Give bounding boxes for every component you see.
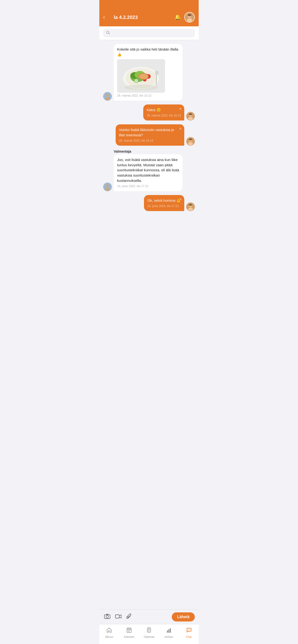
tab-ohjelmat[interactable]: Ohjelmat [139, 626, 159, 639]
message-bubble: Joo, voit lisätä vastuksia aina kun liik… [114, 154, 183, 191]
coach-avatar [103, 182, 112, 191]
svg-line-5 [109, 33, 110, 34]
svg-rect-52 [129, 631, 129, 632]
svg-point-29 [189, 113, 192, 115]
message-text: Joo, voit lisätä vastuksia aina kun liik… [117, 157, 179, 183]
calendar-icon [126, 627, 132, 634]
svg-point-42 [106, 616, 108, 618]
input-toolbar: Lähetä [99, 610, 199, 624]
message-row: Joo, voit lisätä vastuksia aina kun liik… [103, 154, 195, 191]
message-timestamp: 28. marras 2022, klo 10.13 [117, 94, 179, 98]
svg-rect-60 [169, 629, 169, 632]
camera-button[interactable] [103, 612, 111, 621]
svg-rect-59 [167, 630, 168, 632]
bubble-content: ✕ Ok, selvä homma 💪 13. joulu 2022, klo … [144, 195, 184, 211]
video-button[interactable] [114, 613, 122, 621]
message-timestamp: 13. joulu 2022, klo 17.21 [117, 184, 179, 188]
bubble-content: Kokeile sitä jo vaikka heti tänään illal… [114, 44, 183, 100]
user-avatar[interactable] [184, 12, 195, 22]
svg-point-2 [187, 18, 192, 22]
bottom-toolbar: Lähetä Alkuun [99, 610, 199, 644]
food-image [117, 59, 165, 93]
svg-point-20 [139, 74, 148, 79]
search-bar [99, 26, 199, 40]
message-bubble: ✕ Voinko lisätä liikkeisiin vastuksia jo… [116, 124, 185, 146]
message-row: ✕ Ok, selvä homma 💪 13. joulu 2022, klo … [103, 195, 195, 211]
search-input[interactable] [112, 31, 192, 35]
svg-rect-49 [129, 630, 129, 631]
header: ‹ la 4.2.2023 🔔 [99, 0, 199, 26]
svg-point-36 [105, 188, 110, 191]
svg-rect-48 [128, 630, 129, 631]
home-icon [106, 627, 112, 634]
user-avatar-small [186, 137, 195, 146]
close-button[interactable]: ✕ [179, 197, 182, 202]
search-icon [106, 31, 110, 36]
svg-rect-43 [115, 615, 119, 618]
user-avatar-small [186, 112, 195, 120]
tab-label-chat: Chat [186, 636, 192, 638]
svg-point-39 [188, 208, 193, 211]
message-timestamp: 28. marras 2022, klo 10.14 [119, 139, 181, 143]
user-avatar-small [186, 202, 195, 211]
svg-rect-50 [130, 630, 130, 631]
message-text: Ok, selvä homma 💪 [147, 198, 181, 203]
message-text: Kiitos 😊 [146, 107, 181, 112]
svg-rect-54 [148, 628, 150, 628]
clipboard-icon [146, 627, 152, 634]
header-date: la 4.2.2023 [114, 14, 175, 20]
tab-label-ohjelmat: Ohjelmat [144, 636, 154, 638]
send-button[interactable]: Lähetä [172, 612, 195, 622]
message-bubble: Kokeile sitä jo vaikka heti tänään illal… [114, 44, 183, 100]
message-bubble: ✕ Kiitos 😊 28. marras 2022, klo 10.14 [143, 104, 184, 120]
svg-point-40 [189, 204, 192, 206]
tab-label-kalenteri: Kalenteri [124, 636, 134, 638]
coach-message-block: Valmentaja Joo, voit lisätä vastuksia ai… [103, 150, 195, 191]
message-text: Voinko lisätä liikkeisiin vastuksia jo i… [119, 127, 181, 138]
tab-kehitys[interactable]: Kehitys [159, 626, 179, 639]
svg-point-25 [124, 84, 158, 90]
tab-label-kehitys: Kehitys [165, 636, 173, 638]
close-button[interactable]: ✕ [179, 106, 182, 111]
tab-bar: Alkuun Kalenteri [99, 624, 199, 644]
svg-point-7 [106, 94, 109, 96]
message-row: ✕ Kiitos 😊 28. marras 2022, klo 10.14 [103, 104, 195, 120]
svg-point-35 [106, 184, 109, 187]
coach-avatar [103, 92, 112, 100]
back-button[interactable]: ‹ [103, 14, 112, 20]
bubble-content: Joo, voit lisätä vastuksia aina kun liik… [114, 154, 183, 191]
message-timestamp: 28. marras 2022, klo 10.14 [146, 114, 181, 118]
svg-point-28 [188, 117, 193, 120]
tab-alkuun[interactable]: Alkuun [99, 626, 119, 639]
tab-label-alkuun: Alkuun [105, 636, 113, 638]
svg-point-3 [188, 14, 192, 16]
chat-icon [186, 627, 192, 634]
bubble-content: ✕ Kiitos 😊 28. marras 2022, klo 10.14 [143, 104, 184, 120]
svg-point-32 [188, 142, 193, 146]
chat-area: Kokeile sitä jo vaikka heti tänään illal… [99, 40, 199, 644]
message-timestamp: 13. joulu 2022, klo 17.21 [147, 204, 181, 208]
svg-rect-61 [170, 628, 171, 632]
message-bubble: ✕ Ok, selvä homma 💪 13. joulu 2022, klo … [144, 195, 184, 211]
svg-point-18 [135, 79, 138, 82]
search-wrapper [103, 29, 195, 38]
close-button[interactable]: ✕ [179, 126, 182, 131]
message-row: Kokeile sitä jo vaikka heti tänään illal… [103, 44, 195, 100]
tab-chat[interactable]: Chat [179, 626, 199, 639]
bubble-content: ✕ Voinko lisätä liikkeisiin vastuksia jo… [116, 124, 185, 146]
chart-icon [166, 627, 172, 634]
svg-point-8 [105, 97, 110, 100]
tab-kalenteri[interactable]: Kalenteri [119, 626, 139, 639]
notification-bell-icon[interactable]: 🔔 [175, 14, 181, 20]
attach-button[interactable] [125, 612, 132, 622]
svg-point-33 [189, 138, 192, 140]
svg-rect-53 [147, 628, 151, 632]
coach-label: Valmentaja [114, 150, 195, 153]
header-actions: 🔔 [175, 12, 195, 22]
svg-rect-51 [128, 631, 129, 632]
message-row: ✕ Voinko lisätä liikkeisiin vastuksia jo… [103, 124, 195, 146]
message-text: Kokeile sitä jo vaikka heti tänään illal… [117, 47, 179, 57]
